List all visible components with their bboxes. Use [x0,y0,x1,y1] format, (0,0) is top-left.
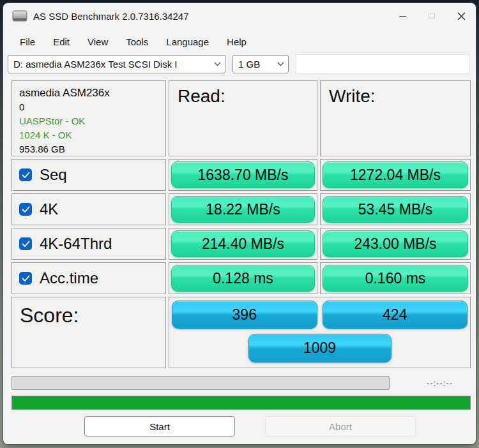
seq-write-cell: 1272.04 MB/s [320,159,471,191]
start-button[interactable]: Start [84,416,235,437]
read-column-header: Read: [169,80,317,156]
checkmark-icon [22,241,30,248]
score-label: Score: [11,297,166,368]
alignment-status: 1024 K - OK [19,128,159,142]
4k-read-value: 18.22 MB/s [171,196,315,223]
driver-status: UASPStor - OK [19,114,159,128]
test-label: 4K-64Thrd [40,235,112,253]
test-row-seq: Seq [11,159,166,191]
results-grid: asmedia ASM236x 0 UASPStor - OK 1024 K -… [11,80,471,368]
checkmark-icon [22,172,30,179]
chevron-down-icon [277,62,284,66]
acctime-write-value: 0.160 ms [323,265,468,292]
4k64thrd-checkbox[interactable] [19,237,32,250]
menu-tools[interactable]: Tools [117,33,157,50]
acctime-write-cell: 0.160 ms [320,262,471,294]
toolbar: D: asmedia ASM236x Test SCSI Disk I 1 GB [3,54,476,74]
menu-view[interactable]: View [79,33,117,50]
acctime-read-cell: 0.128 ms [169,262,317,294]
app-window: AS SSD Benchmark 2.0.7316.34247 File Edi… [3,3,476,445]
progress-bar [11,376,390,390]
score-read-value: 396 [172,301,317,329]
seq-read-cell: 1638.70 MB/s [169,159,317,191]
seq-write-value: 1272.04 MB/s [323,161,468,188]
4k-checkbox[interactable] [19,203,32,216]
write-column-header: Write: [320,80,471,156]
hard-drive-icon [12,10,27,22]
status-bar [11,396,471,410]
minimize-button[interactable] [388,3,417,29]
score-panel: 396 424 1009 [169,297,471,368]
seq-read-value: 1638.70 MB/s [171,161,315,188]
4k64thrd-read-cell: 214.40 MB/s [169,228,317,260]
menu-file[interactable]: File [11,33,44,50]
4k-write-value: 53.45 MB/s [323,196,468,223]
close-button[interactable] [446,3,476,29]
test-row-4k64thrd: 4K-64Thrd [11,228,166,260]
window-title: AS SSD Benchmark 2.0.7316.34247 [33,11,189,22]
menu-language[interactable]: Language [157,33,218,50]
drive-partition: 0 [19,100,159,114]
4k64thrd-write-cell: 243.00 MB/s [320,228,471,260]
4k64thrd-read-value: 214.40 MB/s [171,230,315,257]
menu-help[interactable]: Help [218,33,255,50]
menu-edit[interactable]: Edit [44,33,79,50]
checkmark-icon [22,275,30,282]
window-controls [388,3,476,29]
test-label: Acc.time [40,269,98,287]
test-row-acctime: Acc.time [11,262,166,294]
checkmark-icon [22,206,30,213]
drive-select-value: D: asmedia ASM236x Test SCSI Disk I [13,59,210,70]
drive-capacity: 953.86 GB [19,142,159,156]
test-label: 4K [40,200,58,218]
drive-info-panel: asmedia ASM236x 0 UASPStor - OK 1024 K -… [11,80,166,156]
maximize-icon [429,13,435,19]
score-total-value: 1009 [248,334,392,362]
drive-select[interactable]: D: asmedia ASM236x Test SCSI Disk I [8,55,225,73]
4k-write-cell: 53.45 MB/s [320,193,471,225]
acctime-read-value: 0.128 ms [171,265,315,292]
progress-row: --:--:-- [11,375,471,391]
acctime-checkbox[interactable] [19,272,32,285]
minimize-icon [399,16,406,17]
title-bar: AS SSD Benchmark 2.0.7316.34247 [3,3,476,29]
abort-button[interactable]: Abort [265,416,416,437]
score-row: 396 424 [172,301,468,329]
score-write-value: 424 [323,301,468,329]
4k64thrd-write-value: 243.00 MB/s [323,230,468,257]
menu-bar: File Edit View Tools Language Help [3,31,476,52]
test-label: Seq [40,166,67,184]
maximize-button[interactable] [417,3,446,29]
test-size-value: 1 GB [238,59,273,70]
button-row: Start Abort [84,416,416,437]
time-remaining: --:--:-- [427,378,453,388]
test-size-select[interactable]: 1 GB [232,55,289,73]
seq-checkbox[interactable] [19,168,32,181]
empty-text-field[interactable] [296,54,470,74]
chevron-down-icon [214,62,221,66]
close-icon [457,12,466,20]
4k-read-cell: 18.22 MB/s [169,193,317,225]
drive-model: asmedia ASM236x [19,86,159,100]
test-row-4k: 4K [11,193,166,225]
